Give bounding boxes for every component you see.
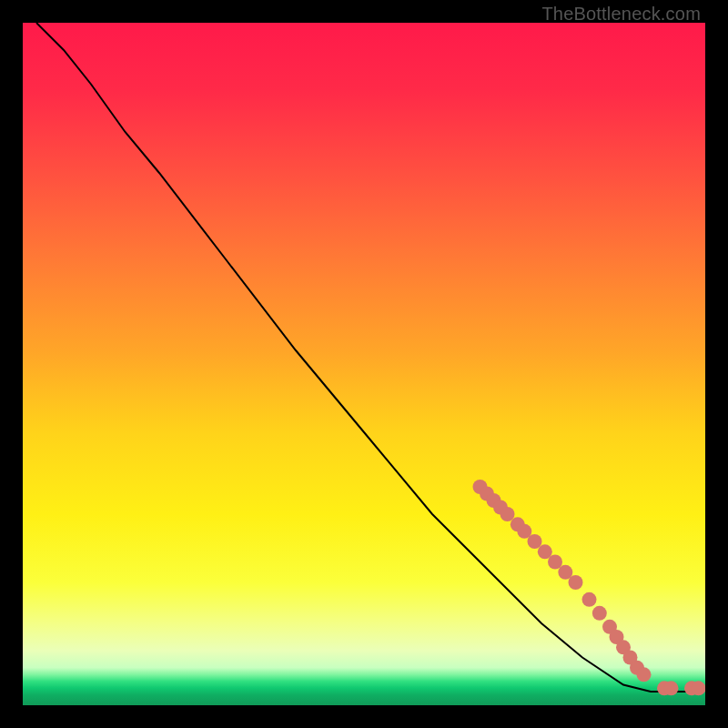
- data-marker: [569, 575, 583, 590]
- data-marker: [582, 592, 597, 607]
- data-marker: [528, 534, 542, 549]
- data-markers: [473, 480, 706, 695]
- data-marker: [592, 606, 607, 621]
- bottleneck-curve: [36, 23, 699, 692]
- chart-frame: [23, 23, 705, 705]
- data-marker: [664, 681, 679, 695]
- data-marker: [500, 507, 515, 521]
- data-marker: [548, 555, 562, 570]
- chart-plot: [23, 23, 705, 705]
- data-marker: [692, 681, 706, 695]
- watermark-text: TheBottleneck.com: [541, 4, 701, 25]
- data-marker: [637, 667, 652, 682]
